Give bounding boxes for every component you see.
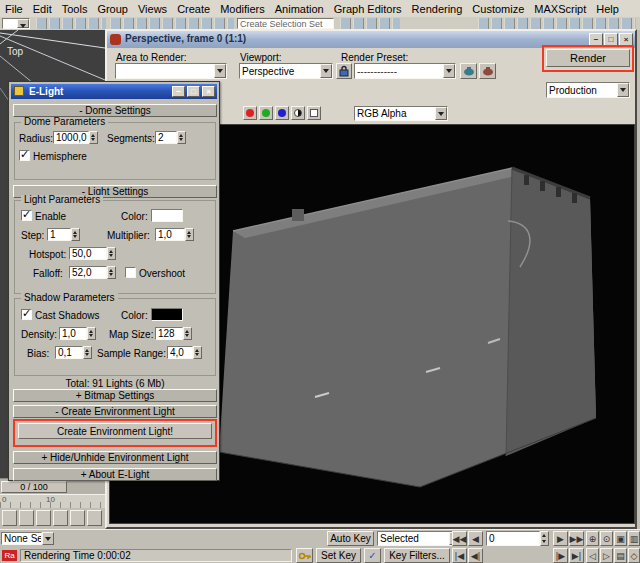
radius-field[interactable]: 1000,0 xyxy=(53,131,89,144)
rollout-bitmap-settings[interactable]: + Bitmap Settings xyxy=(13,389,217,402)
chevron-down-icon[interactable] xyxy=(17,19,29,28)
prev-key-button[interactable]: ◀| xyxy=(468,548,483,563)
chevron-down-icon[interactable] xyxy=(320,64,332,78)
rfw-titlebar[interactable]: Perspective, frame 0 (1:1) − □ × xyxy=(107,31,635,48)
map-size-field[interactable]: 128 xyxy=(155,327,183,340)
prev-frame-button[interactable]: ◀ xyxy=(468,531,483,546)
render-mode-combo[interactable]: Production xyxy=(546,82,630,98)
menu-maxscript[interactable]: MAXScript xyxy=(529,3,591,15)
menu-customize[interactable]: Customize xyxy=(467,3,529,15)
orbit-icon[interactable]: ◁ xyxy=(586,548,599,563)
area-to-render-combo[interactable] xyxy=(115,63,227,79)
chevron-down-icon[interactable] xyxy=(617,83,629,97)
toolbar-icons-right[interactable] xyxy=(340,18,400,29)
falloff-field[interactable]: 52,0 xyxy=(69,266,107,279)
create-environment-light-button[interactable]: Create Environment Light! xyxy=(18,423,212,439)
minimize-icon[interactable]: − xyxy=(172,86,185,97)
selection-set-combo[interactable]: Create Selection Set xyxy=(237,18,334,29)
viewport-combo[interactable]: Perspective xyxy=(239,63,333,79)
keyable-icon[interactable]: ✓ xyxy=(364,548,381,563)
menu-rendering[interactable]: Rendering xyxy=(407,3,468,15)
density-field[interactable]: 1,0 xyxy=(59,327,87,340)
go-to-start-button[interactable]: |◀ xyxy=(452,548,467,563)
zoom-all-icon[interactable]: ▤ xyxy=(614,548,627,563)
segments-spinner[interactable] xyxy=(177,131,186,144)
bias-field[interactable]: 0,1 xyxy=(55,346,83,359)
menu-edit[interactable]: Edit xyxy=(28,3,57,15)
menu-graph-editors[interactable]: Graph Editors xyxy=(329,3,407,15)
environment-button[interactable] xyxy=(479,63,496,79)
blue-channel-button[interactable] xyxy=(275,106,289,120)
status-toggle-button[interactable] xyxy=(70,510,85,526)
render-preset-combo[interactable]: ------------ xyxy=(354,63,456,79)
multiplier-spinner[interactable] xyxy=(185,228,194,241)
cast-shadows-checkbox[interactable] xyxy=(21,309,32,320)
play-button[interactable]: ▶ xyxy=(553,531,568,546)
next-key-button[interactable]: |▶ xyxy=(553,548,568,563)
enable-checkbox[interactable] xyxy=(21,210,32,221)
step-field[interactable]: 1 xyxy=(47,228,71,241)
rollout-about[interactable]: + About E-Light xyxy=(13,468,217,481)
pan-icon[interactable]: ◇ xyxy=(628,548,640,563)
zoom-extents-icon[interactable]: ▥ xyxy=(628,531,640,546)
status-toggle-button[interactable] xyxy=(53,510,68,526)
maximize-icon[interactable]: □ xyxy=(187,86,200,97)
overshoot-checkbox[interactable] xyxy=(125,267,136,278)
maximize-viewport-icon[interactable]: ▣ xyxy=(614,531,627,546)
step-spinner[interactable] xyxy=(71,228,80,241)
key-filter-scope-combo[interactable]: Selected xyxy=(377,531,462,546)
green-channel-button[interactable] xyxy=(259,106,273,120)
toolbar-icons-far-right[interactable] xyxy=(478,18,636,29)
menu-help[interactable]: Help xyxy=(591,3,624,15)
status-toggle-button[interactable] xyxy=(2,510,17,526)
close-icon[interactable]: × xyxy=(202,86,215,97)
light-color-swatch[interactable] xyxy=(151,209,183,222)
menu-animation[interactable]: Animation xyxy=(270,3,329,15)
monochrome-channel-button[interactable] xyxy=(291,106,305,120)
close-icon[interactable]: × xyxy=(619,33,633,46)
field-of-view-icon[interactable]: ▷ xyxy=(600,548,613,563)
menu-file[interactable]: File xyxy=(0,3,28,15)
render-button[interactable]: Render xyxy=(546,49,630,67)
hotspot-field[interactable]: 50,0 xyxy=(69,247,107,260)
status-toggle-button[interactable] xyxy=(19,510,34,526)
menu-create[interactable]: Create xyxy=(172,3,215,15)
auto-key-button[interactable]: Auto Key xyxy=(327,531,374,546)
key-filters-button[interactable]: Key Filters... xyxy=(384,548,450,563)
current-frame-field[interactable]: 0 xyxy=(486,531,540,546)
red-channel-button[interactable] xyxy=(243,106,257,120)
toolbar-icons-left[interactable] xyxy=(36,18,106,29)
rollout-create-environment-light[interactable]: - Create Environment Light xyxy=(13,405,217,418)
hotspot-spinner[interactable] xyxy=(107,247,116,260)
status-toggle-button[interactable] xyxy=(36,510,51,526)
shadow-color-swatch[interactable] xyxy=(151,308,183,321)
segments-field[interactable]: 2 xyxy=(155,131,177,144)
set-key-icon[interactable] xyxy=(296,548,313,563)
radius-spinner[interactable] xyxy=(89,131,98,144)
elight-titlebar[interactable]: E-Light − □ × xyxy=(11,84,217,99)
go-to-end-button[interactable]: ▶| xyxy=(569,548,584,563)
toolbar-mini-combo[interactable] xyxy=(2,18,30,29)
zoom-icon[interactable]: ⊕ xyxy=(586,531,599,546)
hemisphere-checkbox[interactable] xyxy=(19,150,30,161)
set-key-button[interactable]: Set Key xyxy=(316,548,361,563)
lock-viewport-button[interactable] xyxy=(336,63,352,79)
bias-spinner[interactable] xyxy=(83,346,92,359)
current-frame-spinner[interactable] xyxy=(540,531,549,546)
alpha-channel-button[interactable] xyxy=(307,106,321,120)
menu-modifiers[interactable]: Modifiers xyxy=(215,3,270,15)
chevron-down-icon[interactable] xyxy=(435,107,447,120)
minimize-icon[interactable]: − xyxy=(589,33,603,46)
menu-views[interactable]: Views xyxy=(133,3,172,15)
falloff-spinner[interactable] xyxy=(107,266,116,279)
rewind-button[interactable]: ◀◀ xyxy=(452,531,467,546)
density-spinner[interactable] xyxy=(87,327,96,340)
rollout-hide-unhide[interactable]: + Hide/Unhide Environment Light xyxy=(13,451,217,464)
named-selection-dropdown-icon[interactable] xyxy=(42,532,54,545)
render-setup-button[interactable] xyxy=(460,63,477,79)
sample-range-field[interactable]: 4,0 xyxy=(167,346,193,359)
status-toggle-button[interactable] xyxy=(87,510,102,526)
time-slider-handle[interactable]: 0 / 100 xyxy=(1,481,67,493)
zoom-region-icon[interactable]: ⊙ xyxy=(600,531,613,546)
fast-forward-button[interactable]: ▶▶ xyxy=(569,531,584,546)
